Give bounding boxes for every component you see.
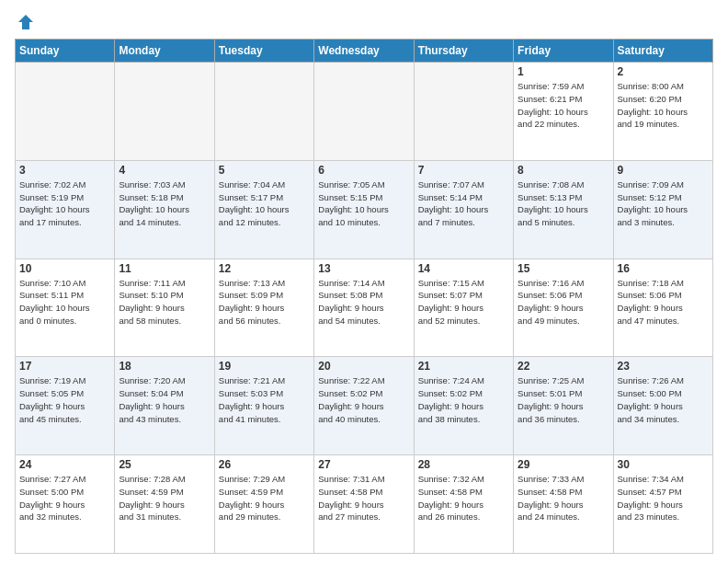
- calendar-cell: 5Sunrise: 7:04 AMSunset: 5:17 PMDaylight…: [214, 160, 313, 259]
- calendar-cell: 18Sunrise: 7:20 AMSunset: 5:04 PMDayligh…: [115, 357, 214, 455]
- weekday-header: Monday: [115, 40, 214, 63]
- page: SundayMondayTuesdayWednesdayThursdayFrid…: [0, 0, 728, 563]
- calendar-cell: 27Sunrise: 7:31 AMSunset: 4:58 PMDayligh…: [314, 455, 414, 554]
- day-info: Sunrise: 7:32 AMSunset: 4:58 PMDaylight:…: [418, 473, 509, 523]
- day-number: 27: [318, 458, 409, 471]
- calendar-cell: 7Sunrise: 7:07 AMSunset: 5:14 PMDaylight…: [414, 160, 513, 259]
- calendar-cell: 1Sunrise: 7:59 AMSunset: 6:21 PMDaylight…: [514, 63, 613, 161]
- day-info: Sunrise: 7:11 AMSunset: 5:10 PMDaylight:…: [119, 277, 210, 327]
- logo: [15, 15, 35, 31]
- weekday-header: Sunday: [16, 40, 115, 63]
- calendar-week-row: 17Sunrise: 7:19 AMSunset: 5:05 PMDayligh…: [16, 357, 713, 455]
- svg-marker-0: [18, 15, 33, 29]
- day-number: 24: [19, 458, 110, 471]
- day-number: 28: [418, 458, 509, 471]
- day-number: 11: [119, 262, 210, 275]
- calendar-cell: [115, 63, 214, 161]
- day-number: 1: [518, 65, 609, 78]
- day-info: Sunrise: 7:04 AMSunset: 5:17 PMDaylight:…: [219, 178, 310, 229]
- calendar-cell: 10Sunrise: 7:10 AMSunset: 5:11 PMDayligh…: [16, 259, 115, 357]
- day-number: 25: [119, 458, 210, 471]
- day-info: Sunrise: 7:13 AMSunset: 5:09 PMDaylight:…: [219, 277, 310, 327]
- day-number: 29: [518, 458, 609, 471]
- calendar-cell: 8Sunrise: 7:08 AMSunset: 5:13 PMDaylight…: [514, 160, 613, 259]
- header: [15, 15, 713, 31]
- logo-text: [15, 15, 35, 33]
- day-number: 15: [518, 262, 609, 275]
- day-info: Sunrise: 7:21 AMSunset: 5:03 PMDaylight:…: [219, 374, 310, 425]
- day-number: 10: [19, 262, 110, 275]
- calendar-cell: 13Sunrise: 7:14 AMSunset: 5:08 PMDayligh…: [314, 259, 414, 357]
- calendar-cell: 15Sunrise: 7:16 AMSunset: 5:06 PMDayligh…: [514, 259, 613, 357]
- day-number: 14: [418, 262, 509, 275]
- calendar-cell: 26Sunrise: 7:29 AMSunset: 4:59 PMDayligh…: [214, 455, 313, 554]
- calendar-cell: 29Sunrise: 7:33 AMSunset: 4:58 PMDayligh…: [514, 455, 613, 554]
- day-number: 3: [19, 164, 110, 177]
- day-info: Sunrise: 7:14 AMSunset: 5:08 PMDaylight:…: [318, 277, 409, 327]
- day-info: Sunrise: 7:02 AMSunset: 5:19 PMDaylight:…: [19, 178, 110, 229]
- day-info: Sunrise: 8:00 AMSunset: 6:20 PMDaylight:…: [618, 80, 709, 131]
- day-info: Sunrise: 7:16 AMSunset: 5:06 PMDaylight:…: [518, 277, 609, 327]
- calendar-cell: 11Sunrise: 7:11 AMSunset: 5:10 PMDayligh…: [115, 259, 214, 357]
- calendar-header-row: SundayMondayTuesdayWednesdayThursdayFrid…: [16, 40, 713, 63]
- calendar-cell: 28Sunrise: 7:32 AMSunset: 4:58 PMDayligh…: [414, 455, 513, 554]
- calendar-cell: 12Sunrise: 7:13 AMSunset: 5:09 PMDayligh…: [214, 259, 313, 357]
- day-number: 20: [318, 360, 409, 373]
- calendar-cell: [414, 63, 513, 161]
- weekday-header: Thursday: [414, 40, 513, 63]
- calendar-cell: [16, 63, 115, 161]
- day-info: Sunrise: 7:24 AMSunset: 5:02 PMDaylight:…: [418, 374, 509, 425]
- calendar-cell: 24Sunrise: 7:27 AMSunset: 5:00 PMDayligh…: [16, 455, 115, 554]
- day-info: Sunrise: 7:18 AMSunset: 5:06 PMDaylight:…: [618, 277, 709, 327]
- day-number: 4: [119, 164, 210, 177]
- day-number: 22: [518, 360, 609, 373]
- day-info: Sunrise: 7:31 AMSunset: 4:58 PMDaylight:…: [318, 473, 409, 523]
- day-info: Sunrise: 7:26 AMSunset: 5:00 PMDaylight:…: [618, 374, 709, 425]
- day-info: Sunrise: 7:29 AMSunset: 4:59 PMDaylight:…: [219, 473, 310, 523]
- calendar-cell: 17Sunrise: 7:19 AMSunset: 5:05 PMDayligh…: [16, 357, 115, 455]
- day-number: 18: [119, 360, 210, 373]
- day-info: Sunrise: 7:28 AMSunset: 4:59 PMDaylight:…: [119, 473, 210, 523]
- day-number: 9: [618, 164, 709, 177]
- day-number: 19: [219, 360, 310, 373]
- day-info: Sunrise: 7:08 AMSunset: 5:13 PMDaylight:…: [518, 178, 609, 229]
- calendar-cell: 21Sunrise: 7:24 AMSunset: 5:02 PMDayligh…: [414, 357, 513, 455]
- calendar-cell: [314, 63, 414, 161]
- day-info: Sunrise: 7:15 AMSunset: 5:07 PMDaylight:…: [418, 277, 509, 327]
- weekday-header: Tuesday: [214, 40, 313, 63]
- day-number: 26: [219, 458, 310, 471]
- calendar-cell: 16Sunrise: 7:18 AMSunset: 5:06 PMDayligh…: [613, 259, 712, 357]
- day-info: Sunrise: 7:07 AMSunset: 5:14 PMDaylight:…: [418, 178, 509, 229]
- calendar-cell: 22Sunrise: 7:25 AMSunset: 5:01 PMDayligh…: [514, 357, 613, 455]
- day-number: 17: [19, 360, 110, 373]
- calendar-cell: 4Sunrise: 7:03 AMSunset: 5:18 PMDaylight…: [115, 160, 214, 259]
- calendar-cell: 25Sunrise: 7:28 AMSunset: 4:59 PMDayligh…: [115, 455, 214, 554]
- day-number: 6: [318, 164, 409, 177]
- weekday-header: Friday: [514, 40, 613, 63]
- calendar-table: SundayMondayTuesdayWednesdayThursdayFrid…: [15, 39, 713, 554]
- calendar-cell: 19Sunrise: 7:21 AMSunset: 5:03 PMDayligh…: [214, 357, 313, 455]
- weekday-header: Saturday: [613, 40, 712, 63]
- calendar-week-row: 10Sunrise: 7:10 AMSunset: 5:11 PMDayligh…: [16, 259, 713, 357]
- calendar-cell: 2Sunrise: 8:00 AMSunset: 6:20 PMDaylight…: [613, 63, 712, 161]
- day-info: Sunrise: 7:03 AMSunset: 5:18 PMDaylight:…: [119, 178, 210, 229]
- calendar-cell: 30Sunrise: 7:34 AMSunset: 4:57 PMDayligh…: [613, 455, 712, 554]
- day-info: Sunrise: 7:05 AMSunset: 5:15 PMDaylight:…: [318, 178, 409, 229]
- calendar-week-row: 3Sunrise: 7:02 AMSunset: 5:19 PMDaylight…: [16, 160, 713, 259]
- day-info: Sunrise: 7:09 AMSunset: 5:12 PMDaylight:…: [618, 178, 709, 229]
- calendar-cell: 6Sunrise: 7:05 AMSunset: 5:15 PMDaylight…: [314, 160, 414, 259]
- day-info: Sunrise: 7:25 AMSunset: 5:01 PMDaylight:…: [518, 374, 609, 425]
- calendar-cell: 14Sunrise: 7:15 AMSunset: 5:07 PMDayligh…: [414, 259, 513, 357]
- logo-icon: [17, 13, 35, 31]
- calendar-week-row: 1Sunrise: 7:59 AMSunset: 6:21 PMDaylight…: [16, 63, 713, 161]
- calendar-week-row: 24Sunrise: 7:27 AMSunset: 5:00 PMDayligh…: [16, 455, 713, 554]
- day-info: Sunrise: 7:20 AMSunset: 5:04 PMDaylight:…: [119, 374, 210, 425]
- day-number: 13: [318, 262, 409, 275]
- calendar-cell: 9Sunrise: 7:09 AMSunset: 5:12 PMDaylight…: [613, 160, 712, 259]
- day-info: Sunrise: 7:10 AMSunset: 5:11 PMDaylight:…: [19, 277, 110, 327]
- calendar-cell: [214, 63, 313, 161]
- calendar-cell: 20Sunrise: 7:22 AMSunset: 5:02 PMDayligh…: [314, 357, 414, 455]
- day-info: Sunrise: 7:22 AMSunset: 5:02 PMDaylight:…: [318, 374, 409, 425]
- weekday-header: Wednesday: [314, 40, 414, 63]
- day-info: Sunrise: 7:27 AMSunset: 5:00 PMDaylight:…: [19, 473, 110, 523]
